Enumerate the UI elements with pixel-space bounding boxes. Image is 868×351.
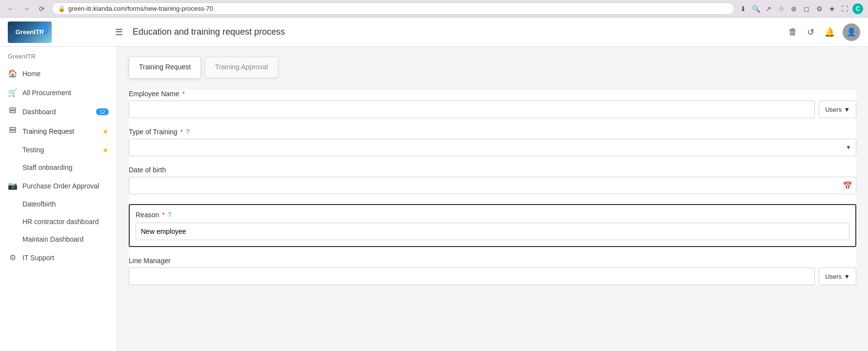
type-of-training-group: Type of Training * ? ▼ (129, 128, 856, 156)
sidebar-item-dashboard[interactable]: Dashboard 12 (0, 102, 117, 122)
main-area: GreenITR 🏠 Home 🛒 All Procurement D (0, 47, 868, 351)
sidebar-label-staff-onboarding: Staff onboarding (22, 164, 109, 171)
browser-user-avatar[interactable]: C (852, 3, 863, 14)
sidebar-item-all-procurement[interactable]: 🛒 All Procurement (0, 83, 117, 102)
top-nav-actions: 🗑 ↺ 🔔 👤 (787, 23, 860, 41)
reason-section: Reason * ? New employee (129, 204, 856, 247)
sidebar-item-hr-contractor-dashboard[interactable]: HR contractor dashboard (0, 213, 117, 230)
app-container: GreenITR 🌀 ☰ Education and training requ… (0, 18, 868, 351)
sidebar-brand: GreenITR (0, 47, 117, 64)
form-section: Employee Name * Users ▼ Type of Train (129, 90, 856, 285)
sidebar-item-training-request[interactable]: Training Request ★ (0, 122, 117, 141)
sidebar-label-hr-contractor-dashboard: HR contractor dashboard (22, 218, 109, 226)
browser-bar: ← → ⟳ 🔒 green-itr.kianda.com/forms/new-t… (0, 0, 868, 18)
type-required: * (180, 128, 183, 136)
process-tabs: Training Request Training Approval (129, 57, 856, 78)
date-input-wrapper: 📅 (129, 177, 856, 194)
ext2-icon[interactable]: ◻ (802, 4, 811, 14)
sidebar-label-maintain-dashboard: Maintain Dashboard (22, 235, 109, 243)
line-manager-row: Users ▼ (129, 268, 856, 285)
back-button[interactable]: ← (5, 3, 17, 15)
ext4-icon[interactable]: ★ (827, 4, 837, 14)
employee-name-group: Employee Name * Users ▼ (129, 90, 856, 118)
sidebar-item-purchase-order-approval[interactable]: 📷 Purchase Order Approval (0, 176, 117, 195)
gear-icon: ⚙ (8, 253, 18, 262)
employee-users-button[interactable]: Users ▼ (819, 101, 856, 118)
logo-text: GreenITR (16, 28, 44, 36)
type-help-icon[interactable]: ? (186, 128, 190, 136)
tab-training-request[interactable]: Training Request (129, 57, 201, 78)
line-manager-group: Line Manager Users ▼ (129, 257, 856, 285)
sidebar: GreenITR 🏠 Home 🛒 All Procurement D (0, 47, 117, 351)
sidebar-item-staff-onboarding[interactable]: Staff onboarding (0, 159, 117, 176)
reason-label: Reason * ? (136, 211, 849, 219)
ext3-icon[interactable]: ⚙ (814, 4, 824, 14)
dashboard-badge: 12 (96, 108, 109, 115)
ext5-icon[interactable]: ⛶ (840, 4, 849, 14)
camera-icon: 📷 (8, 181, 18, 190)
employee-name-label: Employee Name * (129, 90, 856, 98)
sidebar-item-maintain-dashboard[interactable]: Maintain Dashboard (0, 230, 117, 248)
layers2-icon (8, 126, 18, 136)
share-icon[interactable]: ↗ (764, 4, 773, 14)
page-title: Education and training request process (133, 27, 779, 37)
top-nav: GreenITR 🌀 ☰ Education and training requ… (0, 18, 868, 47)
type-of-training-select-wrapper: ▼ (129, 139, 856, 156)
refresh-button[interactable]: ⟳ (36, 3, 48, 15)
sidebar-item-home[interactable]: 🏠 Home (0, 64, 117, 83)
date-of-birth-input[interactable] (129, 177, 856, 194)
zoom-icon[interactable]: 🔍 (751, 4, 761, 14)
reason-required: * (162, 211, 164, 219)
date-of-birth-label: Date of birth (129, 166, 856, 174)
sidebar-label-testing: Testing (22, 146, 98, 154)
calendar-icon-button[interactable]: 📅 (843, 181, 852, 190)
delete-button[interactable]: 🗑 (787, 25, 799, 39)
home-icon: 🏠 (8, 69, 18, 78)
sidebar-label-dashboard: Dashboard (22, 108, 91, 116)
sidebar-item-dateofbirth[interactable]: Dateofbirth (0, 195, 117, 213)
url-bar[interactable]: 🔒 green-itr.kianda.com/forms/new-trainin… (52, 2, 734, 15)
lock-icon: 🔒 (58, 5, 65, 12)
sidebar-label-training-request: Training Request (22, 127, 98, 135)
calendar-icon: 📅 (843, 181, 852, 190)
type-of-training-label: Type of Training * ? (129, 128, 856, 136)
date-of-birth-group: Date of birth 📅 (129, 166, 856, 194)
sidebar-label-purchase-order-approval: Purchase Order Approval (22, 182, 109, 190)
browser-icons: ⬇ 🔍 ↗ ☆ ⊕ ◻ ⚙ ★ ⛶ C (738, 3, 863, 14)
logo: GreenITR 🌀 (8, 21, 52, 43)
employee-name-input[interactable] (129, 101, 815, 118)
download-icon[interactable]: ⬇ (738, 4, 748, 14)
reason-input[interactable]: New employee (136, 223, 849, 240)
logo-area: GreenITR 🌀 (8, 21, 105, 43)
hamburger-button[interactable]: ☰ (113, 25, 125, 40)
reason-help-icon[interactable]: ? (168, 211, 172, 219)
sidebar-label-it-support: IT Support (22, 254, 109, 262)
employee-name-required: * (182, 90, 185, 98)
users2-dropdown-icon: ▼ (844, 273, 850, 280)
type-of-training-select[interactable] (129, 139, 856, 156)
user-avatar-icon: 👤 (847, 27, 856, 37)
sidebar-label-home: Home (22, 70, 109, 78)
tab-training-approval[interactable]: Training Approval (205, 57, 278, 78)
url-text: green-itr.kianda.com/forms/new-training-… (68, 5, 213, 12)
sidebar-item-it-support[interactable]: ⚙ IT Support (0, 248, 117, 267)
training-request-star[interactable]: ★ (102, 127, 109, 135)
svg-rect-1 (10, 111, 16, 113)
bell-button[interactable]: 🔔 (822, 25, 837, 40)
svg-rect-2 (10, 127, 16, 129)
line-manager-users-button[interactable]: Users ▼ (819, 268, 856, 285)
sidebar-item-testing[interactable]: Testing ★ (0, 141, 117, 159)
content-area: Training Request Training Approval Emplo… (117, 47, 868, 351)
testing-star[interactable]: ★ (102, 146, 109, 154)
ext1-icon[interactable]: ⊕ (789, 4, 799, 14)
forward-button[interactable]: → (20, 3, 32, 15)
cart-icon: 🛒 (8, 88, 18, 97)
user-avatar[interactable]: 👤 (843, 23, 860, 41)
line-manager-label: Line Manager (129, 257, 856, 265)
employee-name-row: Users ▼ (129, 101, 856, 118)
history-button[interactable]: ↺ (805, 25, 816, 40)
sidebar-label-all-procurement: All Procurement (22, 89, 109, 97)
line-manager-input[interactable] (129, 268, 815, 285)
svg-rect-0 (10, 108, 16, 110)
bookmark-icon[interactable]: ☆ (776, 4, 786, 14)
